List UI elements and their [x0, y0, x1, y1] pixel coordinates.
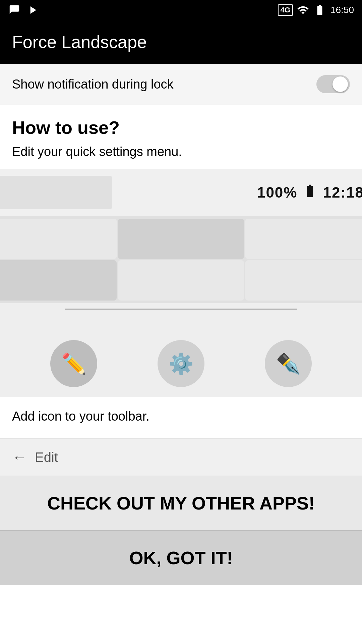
screenshot-illustration: 100% 12:18 — [0, 169, 362, 397]
ss-edit-icon-container: ✏️ — [50, 340, 97, 387]
toggle-row: Show notification during lock — [0, 64, 362, 105]
ss-gear-icon: ⚙️ — [169, 352, 194, 376]
ss-divider — [65, 309, 297, 310]
ss-tile-3 — [245, 219, 362, 259]
app-title: Force Landscape — [12, 32, 147, 52]
ss-bottom-icons: ✏️ ⚙️ ✒️ — [0, 333, 362, 397]
how-to-title: How to use? — [12, 117, 350, 138]
ss-top-bar: 100% 12:18 — [0, 169, 362, 216]
ss-settings-icon-container: ⚙️ — [158, 340, 204, 387]
ss-tile-6 — [245, 260, 362, 301]
ss-battery-icon — [303, 183, 317, 202]
status-bar: 4G 16:50 — [0, 0, 362, 20]
ss-left-placeholder — [0, 176, 112, 209]
media-icon — [26, 4, 39, 16]
ss-pen-icon-container: ✒️ — [265, 340, 312, 387]
ss-tiles — [0, 216, 362, 303]
app-bar: Force Landscape — [0, 20, 362, 64]
edit-bar: ← Edit — [0, 438, 362, 476]
battery-icon — [313, 4, 326, 16]
ss-time: 12:18 — [323, 184, 362, 201]
signal-bars-icon — [297, 4, 309, 16]
ss-pencil-icon: ✏️ — [61, 352, 86, 376]
ss-status-info: 100% 12:18 — [257, 183, 362, 202]
ss-tile-4 — [0, 260, 117, 301]
ss-tile-2 — [118, 219, 244, 259]
content: Show notification during lock How to use… — [0, 64, 362, 585]
ss-tile-1 — [0, 219, 117, 259]
time-display: 16:50 — [330, 5, 354, 15]
ss-pen-icon: ✒️ — [276, 352, 301, 376]
screenshot-inner: 100% 12:18 — [0, 169, 362, 397]
ss-tile-5 — [118, 260, 244, 301]
signal-indicator: 4G — [278, 4, 293, 16]
below-illustration: Add icon to your toolbar. — [0, 397, 362, 438]
notification-toggle[interactable] — [316, 75, 350, 93]
add-icon-text: Add icon to your toolbar. — [12, 409, 350, 424]
ok-got-it-button[interactable]: OK, GOT IT! — [0, 530, 362, 585]
how-to-description: Edit your quick settings menu. — [12, 145, 350, 159]
check-other-apps-label: CHECK OUT MY OTHER APPS! — [47, 493, 315, 513]
edit-label: Edit — [35, 450, 58, 465]
ss-battery-percent: 100% — [257, 184, 298, 201]
status-bar-left — [8, 4, 39, 16]
notification-icon — [8, 4, 21, 16]
back-arrow-icon[interactable]: ← — [12, 449, 27, 466]
ok-got-it-label: OK, GOT IT! — [129, 548, 233, 568]
status-bar-right: 4G 16:50 — [278, 4, 354, 16]
how-to-section: How to use? Edit your quick settings men… — [0, 105, 362, 159]
check-other-apps-button[interactable]: CHECK OUT MY OTHER APPS! — [0, 476, 362, 530]
toggle-label: Show notification during lock — [12, 77, 174, 92]
